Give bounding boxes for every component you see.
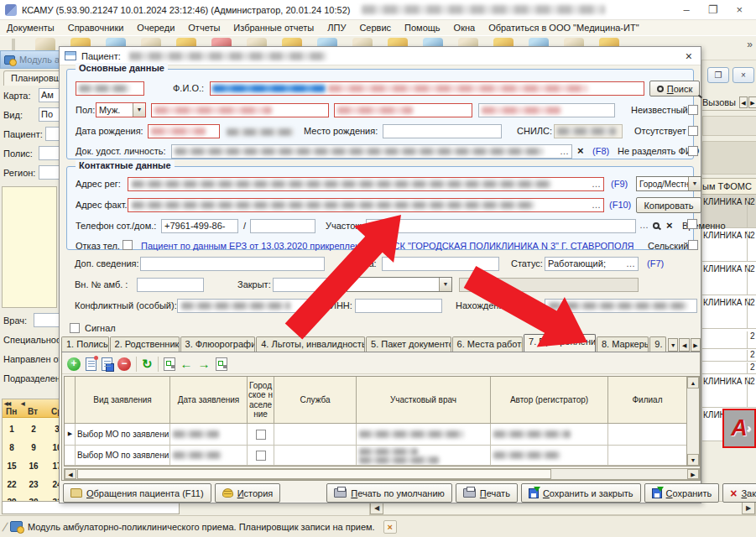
scroll-right-icon[interactable]: ▶ [687,469,699,479]
tab-workplaces[interactable]: 6. Места работы [452,336,523,352]
menu-queues[interactable]: Очереди [130,21,181,34]
scroll-left-icon[interactable]: ◀ [370,502,383,514]
tab-scroll-left-icon[interactable]: ◀ [739,96,748,108]
nosplit-checkbox[interactable] [688,146,698,156]
table-row[interactable]: 2 [702,349,756,362]
cell-district-doctor[interactable] [357,424,491,446]
history-button[interactable]: История [215,483,281,503]
cell-application-type[interactable]: Выбор МО по заявлени [76,424,170,446]
tab-scroll-right-icon[interactable]: ▶ [748,96,756,108]
tab-policies[interactable]: 1. Полисы [61,336,109,352]
cell-branch[interactable] [608,424,687,446]
status-field[interactable]: Работающий;… [545,257,639,271]
table-row[interactable]: КЛИНИКА N2 [702,374,756,408]
cell-application-date[interactable] [170,446,248,466]
ellipsis-icon[interactable]: … [592,200,601,210]
ellipsis-icon[interactable]: … [592,179,601,189]
uchastok-clear-icon[interactable]: × [666,219,673,232]
table-row[interactable]: 2 [702,329,756,349]
cell-application-date[interactable] [170,424,248,446]
urban-checkbox[interactable] [256,451,266,461]
middlename-field[interactable] [478,103,615,117]
copy-address-button[interactable]: Копировать [636,197,701,213]
ellipsis-icon[interactable]: … [639,220,649,230]
identity-doc-field[interactable]: … [171,144,572,159]
closed-date-field[interactable] [273,278,342,292]
menu-lpu[interactable]: ЛПУ [321,21,352,34]
signal-checkbox[interactable] [70,323,80,333]
cell-service[interactable] [274,424,357,446]
calendar-day[interactable]: 1 [3,425,21,434]
calendar-prev-year-icon[interactable]: ◀◀ [4,400,10,406]
lastname-field[interactable] [151,103,329,117]
menu-documents[interactable]: Документы [0,21,61,34]
amb-number-field[interactable] [137,278,204,292]
menu-references[interactable]: Справочники [61,21,131,34]
cell-urban[interactable] [248,424,274,446]
close-button[interactable]: × [736,3,743,16]
snils-field[interactable] [554,124,623,138]
print-button[interactable]: Печать [456,483,518,503]
add-record-icon[interactable]: + [67,357,81,371]
chevron-down-icon[interactable]: ▼ [439,278,451,291]
table-row[interactable]: КЛИНИКА N2 [702,262,756,295]
column-application-type[interactable]: Вид заявления [76,377,170,424]
tab-documents[interactable]: 5. Пакет документов [366,336,451,352]
menu-favorite-reports[interactable]: Избранные отчеты [227,21,321,34]
conflict-field[interactable] [177,299,318,313]
move-right-icon[interactable]: → [198,358,211,370]
calendar-day[interactable]: 23 [24,480,43,489]
save-record-icon[interactable] [102,357,112,371]
tab-fluorography[interactable]: 3. Флюорография [180,336,256,352]
tabs-dropdown-icon[interactable]: ▼ [668,338,678,352]
rural-checkbox[interactable] [688,240,698,250]
card-location-field[interactable] [545,299,697,313]
clear-doc-icon[interactable]: × [577,144,584,157]
mdi-close-button[interactable]: × [733,67,754,83]
mdi-restore-button[interactable]: ❐ [707,67,729,83]
calendar-day[interactable]: 16 [24,461,43,471]
calendar-day[interactable]: 9 [24,443,43,452]
calendar-prev-month-icon[interactable]: ◀ [21,400,25,406]
toolbar-overflow-button[interactable]: » [747,39,753,50]
table-row[interactable]: 2 [702,362,756,374]
column-author[interactable]: Автор (регистратор) [491,377,608,424]
column-service[interactable]: Служба [274,377,357,424]
firstname-field[interactable] [334,103,472,117]
move-left-icon[interactable]: ← [180,358,193,370]
tab-markers[interactable]: 8. Маркеры [597,336,649,352]
column-application-date[interactable]: Дата заявления [170,377,248,424]
cell-service[interactable] [274,446,357,466]
table-row[interactable]: КЛИНИКА N2 [702,228,756,262]
ellipsis-icon[interactable]: … [560,146,569,156]
table-row[interactable]: КЛИНИКА N2 [702,295,756,329]
phone-mobile-field[interactable]: +7961-499-86-48 [161,219,238,233]
scroll-down-icon[interactable]: ▼ [687,454,699,466]
row-selector[interactable] [65,446,76,466]
menu-help[interactable]: Помощь [398,21,447,34]
grid-hscrollbar[interactable]: ◀ ▶ [64,468,700,480]
print-default-button[interactable]: Печать по умолчанию [326,483,452,503]
uchastok-field[interactable]: 16 [366,219,636,233]
cell-branch[interactable] [608,446,687,466]
collapse-tree-icon[interactable] [216,357,227,371]
patient-requests-button[interactable]: Обращения пациента (F11) [63,483,211,503]
uchastok-search-icon[interactable] [653,222,660,229]
minimize-button[interactable]: – [684,3,690,16]
calendar-day[interactable]: 22 [3,480,21,489]
phone-home-field[interactable] [250,219,315,233]
expand-tree-icon[interactable] [164,357,175,371]
unknown-checkbox[interactable] [688,105,698,115]
search-button[interactable]: Поиск [649,81,700,96]
statusbar-close-icon[interactable]: × [383,520,397,534]
close-dialog-button[interactable]: ×Закрыть [722,483,756,503]
extra-info-field[interactable] [140,257,325,271]
fio-field[interactable] [210,81,644,96]
column-urban-population[interactable]: Городское население [248,377,274,424]
temporary-checkbox[interactable] [687,219,697,229]
cell-urban[interactable] [248,446,274,466]
scroll-right-icon[interactable]: ▶ [742,502,755,514]
refresh-icon[interactable]: ↻ [142,357,153,371]
gender-select[interactable]: Муж. ▼ [96,102,146,117]
hscroll-thumb[interactable] [77,469,551,479]
